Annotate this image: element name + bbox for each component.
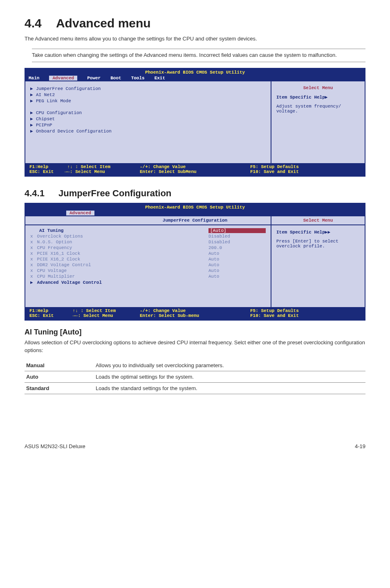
bios-row-key: Overclock Options [37, 234, 83, 239]
bios-footer-col: F10: Save and Exit [250, 169, 361, 174]
subsection-title: JumperFree Configuration [58, 188, 171, 198]
bios-row-key: CPU Voltage [37, 268, 67, 273]
bios-row-key: PCIE X16_1 Clock [37, 251, 81, 256]
bios-tab-boot: Boot [110, 76, 121, 81]
caution-text: Take caution when changing the settings … [32, 52, 337, 58]
bios-row-key: PCIE X16_2 Clock [37, 257, 81, 262]
bios-row-key: CPU Frequency [37, 245, 72, 250]
bios-item: Onboard Device Configuration [36, 129, 112, 134]
bios-row-value: 200.0 [208, 245, 266, 250]
param-label: Manual [25, 360, 94, 371]
heading-number: 4.4 [25, 16, 42, 30]
param-text: Allows you to individually set overclock… [94, 360, 365, 371]
bios-item: JumperFree Configuration [36, 86, 101, 91]
bios-item: PCIPnP [36, 123, 52, 128]
bios-footer-col: ESC: Exit →←: Select Menu [29, 169, 140, 174]
bios-tab-power: Power [87, 76, 101, 81]
bios-footer-col: F5: Setup Defaults [250, 164, 361, 169]
bios-help-pane: Select Menu Item Specific Help▶ Adjust s… [271, 81, 365, 163]
bios-section-header: JumperFree Configuration Select Menu [25, 215, 365, 224]
bios-tab-advanced: Advanced [66, 211, 94, 215]
bios-row-value: Auto [208, 251, 266, 256]
bios-select-menu-label: Select Menu [276, 85, 360, 90]
bios-footer-col: F1:Help ↑↓ : Select Item [29, 308, 140, 313]
bios-select-menu-label: Select Menu [271, 216, 365, 224]
bios-screenshot-advanced-menu: Phoenix-Award BIOS CMOS Setup Utility Ma… [25, 68, 365, 177]
bios-tab-bar: Main Advanced Power Boot Tools Exit [25, 75, 365, 81]
triangle-icon: ▶ [30, 280, 34, 285]
bios-footer-col: F1:Help ↑↓ : Select Item [29, 164, 140, 169]
bios-title: Phoenix-Award BIOS CMOS Setup Utility [25, 204, 365, 210]
bios-row-key: N.O.S. Option [37, 240, 72, 245]
bios-row-value: [Auto] [210, 228, 226, 233]
bios-footer: F1:Help ↑↓ : Select Item -/+: Change Val… [25, 163, 365, 176]
bios-footer-col: F5: Setup Defaults [250, 308, 361, 313]
param-text: Loads the standard settings for the syst… [94, 383, 365, 394]
bios-row-value: Auto [208, 268, 266, 273]
bios-help-text: Press [Enter] to select overclock profil… [276, 239, 360, 249]
bios-item: Chipset [36, 117, 55, 121]
bios-footer-col: -/+: Change Value [140, 308, 250, 313]
table-row: Auto Loads the optimal settings for the … [25, 371, 365, 383]
param-text: Loads the optimal settings for the syste… [94, 371, 365, 383]
table-row: Manual Allows you to individually set ov… [25, 360, 365, 371]
ai-tuning-desc: Allows selection of CPU overclocking opt… [25, 339, 365, 355]
triangle-icon: ▶ [30, 98, 36, 103]
bios-row-value: Disabled [208, 234, 266, 239]
bios-tab-tools: Tools [131, 76, 145, 81]
heading-title: Advanced menu [56, 16, 151, 30]
footer-product: ASUS M2N32-SLI Deluxe [25, 443, 85, 449]
bios-footer: F1:Help ↑↓ : Select Item -/+: Change Val… [25, 307, 365, 320]
triangle-icon: ▶ [30, 116, 36, 121]
page-heading: 4.4 Advanced menu [25, 16, 365, 30]
triangle-icon: ▶ [30, 122, 36, 128]
bios-help-label: Item Specific Help▶ [276, 94, 360, 100]
triangle-icon: ▶ [30, 128, 36, 134]
param-label: Auto [25, 371, 94, 383]
bios-settings-list: AI Tuning[Auto] x Overclock OptionsDisab… [25, 225, 271, 307]
bios-tab-bar: Advanced [25, 210, 365, 215]
triangle-icon: ▶ [30, 92, 36, 97]
param-label: Standard [25, 383, 94, 394]
bios-help-pane: Item Specific Help▶▶ Press [Enter] to se… [271, 225, 365, 307]
overclock-options-table: Manual Allows you to individually set ov… [25, 360, 365, 394]
caution-note: Take caution when changing the settings … [25, 49, 365, 62]
bios-item: PEG Link Mode [36, 99, 71, 103]
bios-footer-col: Enter: Select SubMenu [140, 169, 250, 174]
bios-row-key: DDR2 Voltage Control [37, 263, 91, 267]
bios-title: Phoenix-Award BIOS CMOS Setup Utility [25, 69, 365, 75]
bios-item: CPU Configuration [36, 110, 82, 115]
bios-screenshot-jumperfree: Phoenix-Award BIOS CMOS Setup Utility Ad… [25, 203, 365, 321]
bios-tab-advanced: Advanced [49, 76, 77, 81]
bios-row-value: Auto [208, 274, 266, 279]
bios-footer-col: ESC: Exit →←: Select Menu [29, 313, 140, 318]
bios-row-value: Auto [208, 263, 266, 267]
bios-row-value: Auto [208, 257, 266, 262]
table-row: Standard Loads the standard settings for… [25, 383, 365, 394]
bios-footer-col: -/+: Change Value [140, 164, 250, 169]
subsection-heading: 4.4.1 JumperFree Configuration [25, 188, 365, 199]
bios-row-value: Disabled [208, 240, 266, 245]
heading-desc: The Advanced menu items allow you to cha… [25, 35, 365, 43]
bios-footer-col: F10: Save and Exit [250, 313, 361, 318]
bios-footer-col: Enter: Select Sub-menu [140, 313, 250, 318]
caution-text-block: Take caution when changing the settings … [32, 49, 365, 62]
bios-tab-exit: Exit [155, 76, 165, 81]
bios-help-text: Adjust system frequency/ voltage. [276, 104, 360, 114]
bios-menu-list: ▶JumperFree Configuration ▶AI Net2 ▶PEG … [25, 81, 271, 163]
bios-section-label: JumperFree Configuration [163, 218, 227, 223]
bios-row-key: CPU Multiplier [37, 274, 75, 279]
bios-row-key: AI Tuning [39, 228, 63, 233]
page-footer: ASUS M2N32-SLI Deluxe 4-19 [25, 443, 365, 449]
subsection-number: 4.4.1 [25, 188, 45, 199]
triangle-icon: ▶ [30, 86, 36, 91]
bios-item: AI Net2 [36, 92, 55, 97]
bios-row-key: Advanced Voltage Control [37, 280, 102, 285]
footer-page-number: 4-19 [355, 443, 365, 449]
triangle-icon: ▶ [30, 110, 36, 115]
bios-help-label: Item Specific Help▶▶ [276, 229, 360, 235]
bios-tab-main: Main [29, 76, 39, 81]
ai-tuning-heading: AI Tuning [Auto] [25, 328, 365, 337]
